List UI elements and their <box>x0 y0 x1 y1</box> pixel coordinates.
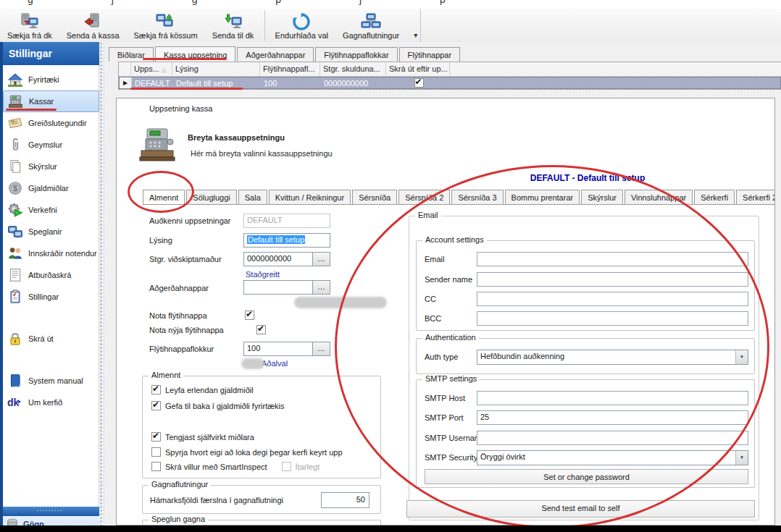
data-transfer-button[interactable]: Gagnaflutningur <box>335 9 406 42</box>
flytihnappaflokkur-lookup-button[interactable]: … <box>313 342 330 356</box>
smtp-settings-label: SMTP settings <box>422 374 480 383</box>
leyfa-erlendan-checkbox[interactable]: ✔ <box>151 385 161 394</box>
smtp-host-field[interactable] <box>477 391 748 405</box>
sidebar-item-greidslutegundir[interactable]: Greiðslutegundir <box>3 112 99 134</box>
gefa-til-baka-checkbox[interactable]: ✔ <box>151 401 161 410</box>
detail-tab-kvittun[interactable]: Kvittun / Reikningur <box>269 190 351 204</box>
stadgreitt-link[interactable]: Staðgreitt <box>246 270 280 279</box>
grid-header-stgr-skulduna[interactable]: Stgr. skulduna... <box>320 62 386 76</box>
detail-tab-bommu-prentarar[interactable]: Bommu prentarar <box>505 190 580 204</box>
sidebar-item-stillingar[interactable]: Stillingar <box>3 286 99 308</box>
detail-tab-vinnsluhnappar[interactable]: Vinnsluhnappar <box>625 190 693 204</box>
detail-tab-almennt[interactable]: Almennt <box>143 190 185 205</box>
audkenni-field[interactable]: DEFAULT <box>243 214 330 228</box>
smtp-username-field[interactable] <box>477 431 748 445</box>
adalval-link[interactable]: Aðalval <box>262 359 288 368</box>
toolbar-button-label: Endurhlaða val <box>275 31 328 40</box>
nota-flytihnappa-checkbox[interactable]: ✔ <box>245 311 254 320</box>
detail-tab-sersnida3[interactable]: Sérsníða 3 <box>451 190 503 204</box>
send-to-dk-button[interactable]: Senda til dk <box>205 9 262 42</box>
smartinspect-checkbox[interactable] <box>151 462 161 471</box>
detail-tab-serkerfi2[interactable]: Sérkerfi 2 <box>736 190 774 204</box>
adgerdahnappar-field[interactable] <box>243 280 313 295</box>
toolbar-button-label: Sækja frá kössum <box>134 31 198 40</box>
detail-tab-skyrslur[interactable]: Skýrslur <box>581 190 623 204</box>
sidebar-item-gjaldmidlar[interactable]: $ Gjaldmiðlar <box>3 177 99 199</box>
tab-bidlarar[interactable]: Biðlarar <box>109 47 154 62</box>
flytihnappaflokkur-field[interactable]: 100 <box>243 342 313 356</box>
grid-selected-row[interactable]: ▶ DEFAULT Default till setup 100 0000000… <box>119 77 781 89</box>
detail-tab-serkerfi[interactable]: Sérkerfi <box>694 190 735 204</box>
lysing-field[interactable]: Default till setup <box>243 233 330 248</box>
nota-flytihnappa-label: Nota flýtihnappa <box>149 311 207 320</box>
sidebar-item-innskradir-notendur[interactable]: Innskráðir notendur <box>3 242 99 264</box>
spyrja-loka-degi-checkbox[interactable] <box>151 447 161 457</box>
grid-header-upps[interactable]: Upps... △ <box>131 62 172 76</box>
checkbox-label: Leyfa erlendan gjaldmiðil <box>165 386 254 394</box>
reload-selection-button[interactable]: Endurhlaða val <box>268 9 335 42</box>
sidebar-splitter-grip[interactable]: ········· <box>0 507 99 516</box>
audkenni-label: Auðkenni uppsetningar <box>149 216 231 225</box>
sidebar-resize-splitter[interactable] <box>99 42 104 532</box>
sidebar-item-speglanir[interactable]: Speglanir <box>3 221 99 242</box>
grid-header-skra-ut[interactable]: Skrá út eftir up... <box>386 62 450 76</box>
sidebar-item-verkefni[interactable]: Verkefni <box>3 199 99 221</box>
tab-adgerdahnappar[interactable]: Aðgerðahnappar <box>237 47 314 62</box>
hamarksfjoldi-field[interactable]: 50 <box>321 492 369 508</box>
cell-skra-ut: ✔ <box>387 77 451 88</box>
bcc-field[interactable] <box>477 311 748 326</box>
fetch-from-dk-button[interactable]: Sækja frá dk <box>0 9 59 42</box>
sidebar-item-label: Fyrirtæki <box>28 75 59 84</box>
stgr-vidskiptamadur-field[interactable]: 0000000000 <box>243 252 313 266</box>
detail-tab-sala[interactable]: Sala <box>238 190 267 204</box>
nota-nyja-flytihnappa-checkbox[interactable]: ✔ <box>256 325 266 334</box>
sender-name-field[interactable] <box>477 272 748 287</box>
users-icon <box>7 245 23 261</box>
send-test-email-button[interactable]: Send test email to self <box>406 500 755 518</box>
detail-tab-solugluggi[interactable]: Sölugluggi <box>186 190 236 204</box>
sidebar-item-label: Skrá út <box>28 334 54 343</box>
tab-flytihnappaflokkar[interactable]: Flýtihnappaflokkar <box>315 47 397 62</box>
flytihnappaflokkur-label: Flýtihnappaflokkur <box>149 345 214 353</box>
toolbar-overflow-icon[interactable]: ▾ <box>406 9 420 42</box>
sidebar-item-label: Stillingar <box>28 292 59 301</box>
fetch-from-tills-button[interactable]: Sækja frá kössum <box>127 9 205 42</box>
sidebar-item-skra-ut[interactable]: Skrá út <box>3 328 99 350</box>
sidebar-item-um-kerfid[interactable]: dk Um kerfið <box>3 392 99 413</box>
grid-header-lysing[interactable]: Lýsing <box>172 62 260 76</box>
cc-field[interactable] <box>477 292 748 306</box>
adgerdahnappar-lookup-button[interactable]: … <box>313 280 330 295</box>
tab-flytihnappar[interactable]: Flýtihnappar <box>399 47 461 62</box>
sort-asc-icon: △ <box>162 67 166 73</box>
detail-tab-sersnida[interactable]: Sérsníða <box>352 190 397 204</box>
auth-type-dropdown[interactable]: Hefðbundin auðkenning ▼ <box>477 350 748 365</box>
checkbox-label: Spyrja hvort eigi að loka degi þegar ker… <box>165 448 343 457</box>
svg-text:dk: dk <box>7 397 20 408</box>
smtp-port-field[interactable]: 25 <box>477 410 748 425</box>
sidebar-item-kassar[interactable]: Kassar <box>3 90 99 112</box>
sidebar-item-label: Kassar <box>29 97 54 106</box>
content-area: Biðlarar Kassa uppsetning Aðgerðahnappar… <box>104 42 781 532</box>
tab-kassa-uppsetning[interactable]: Kassa uppsetning <box>155 46 235 62</box>
account-settings-group: Account settings Email Sender name CC BC… <box>416 240 755 331</box>
tengjast-sjalfvirkt-checkbox[interactable]: ✔ <box>151 432 161 442</box>
hamarksfjoldi-label: Hámarksfjöldi færslna í gagnaflutningi <box>150 496 283 504</box>
send-to-till-button[interactable]: Senda á kassa <box>59 9 127 42</box>
sidebar-item-geymslur[interactable]: Geymslur <box>3 134 99 156</box>
sidebar-item-label: Atburðaskrá <box>28 271 71 279</box>
sidebar-item-fyrirtaeki[interactable]: Fyrirtæki <box>3 69 99 90</box>
sidebar-item-atburdaskra[interactable]: Atburðaskrá <box>3 264 99 286</box>
email-field[interactable] <box>477 252 748 266</box>
row-checkbox[interactable]: ✔ <box>414 78 424 88</box>
set-password-button[interactable]: Set or change password <box>425 469 748 484</box>
grid-header-flytihnappafl[interactable]: Flýtihnappafl... <box>260 62 320 76</box>
sidebar-item-system-manual[interactable]: System manual <box>3 370 99 392</box>
nota-flytihnappa-row: Nota flýtihnappa <box>149 311 207 320</box>
toolbar-separator <box>264 10 265 41</box>
stgr-lookup-button[interactable]: … <box>313 252 330 266</box>
detail-tab-sersnida2[interactable]: Sérsníða 2 <box>398 190 450 204</box>
speglun-gagna-group-label: Speglun gagna <box>149 515 208 523</box>
sidebar-item-skyrslur[interactable]: Skýrslur <box>3 156 99 177</box>
smtp-security-dropdown[interactable]: Öryggi óvirkt ▼ <box>477 450 748 465</box>
toolbar: Sækja frá dk Senda á kassa Sækja frá kös… <box>0 9 781 43</box>
